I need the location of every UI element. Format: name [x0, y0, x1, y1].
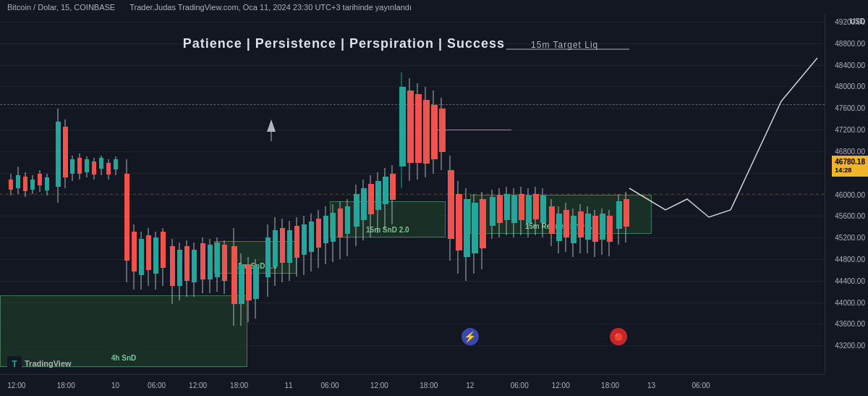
time-0600-3: 06:00 — [511, 382, 529, 389]
svg-rect-125 — [490, 197, 495, 226]
badge-lightning: ⚡ — [461, 328, 479, 345]
time-1200-1: 12:00 — [7, 382, 25, 389]
time-0600-4: 06:00 — [692, 382, 710, 389]
svg-rect-143 — [556, 214, 562, 241]
svg-rect-89 — [345, 206, 350, 234]
svg-rect-65 — [253, 266, 259, 299]
price-44800: 44800.00 — [835, 255, 865, 263]
svg-rect-133 — [519, 194, 524, 220]
time-1200-3: 12:00 — [370, 382, 388, 389]
price-43200: 43200.00 — [835, 342, 865, 350]
svg-rect-69 — [273, 230, 278, 266]
price-43600: 43600.00 — [835, 320, 865, 328]
svg-rect-31 — [124, 174, 129, 261]
svg-rect-81 — [316, 219, 321, 248]
svg-rect-67 — [265, 237, 271, 277]
time-0600-2: 06:00 — [320, 382, 339, 389]
svg-rect-61 — [239, 264, 244, 304]
svg-rect-39 — [153, 237, 158, 274]
price-48800: 48800.00 — [835, 39, 865, 47]
svg-rect-51 — [200, 243, 205, 279]
svg-rect-25 — [99, 158, 103, 169]
svg-rect-45 — [177, 250, 182, 286]
top-bar: Bitcoin / Dolar, 15, COINBASE Trader.Jud… — [0, 0, 868, 14]
price-48400: 48400.00 — [835, 61, 865, 69]
time-12: 12 — [466, 382, 474, 389]
price-45200: 45200.00 — [835, 234, 865, 242]
svg-rect-55 — [215, 243, 220, 277]
current-price-value: 46780.18 — [835, 157, 865, 167]
svg-rect-23 — [92, 161, 96, 174]
price-axis: USD 49200.00 48800.00 48400.00 48000.00 … — [825, 14, 868, 374]
svg-rect-7 — [30, 180, 35, 190]
svg-rect-13 — [56, 122, 61, 187]
svg-rect-77 — [302, 224, 307, 255]
svg-rect-121 — [472, 203, 478, 253]
time-1800-2: 18:00 — [230, 382, 248, 389]
svg-rect-159 — [616, 201, 622, 229]
svg-rect-127 — [497, 195, 503, 223]
svg-rect-35 — [139, 239, 144, 275]
svg-rect-29 — [114, 159, 118, 169]
svg-rect-99 — [383, 177, 388, 204]
svg-rect-129 — [504, 194, 510, 220]
time-0600-1: 06:00 — [148, 382, 166, 389]
price-48000: 48000.00 — [835, 83, 865, 90]
time-axis: 12:00 18:00 10 06:00 12:00 18:00 11 06:0… — [0, 374, 825, 396]
svg-rect-149 — [578, 211, 584, 237]
price-46800: 46800.00 — [835, 147, 865, 155]
svg-rect-1 — [9, 180, 13, 190]
svg-rect-41 — [161, 232, 166, 268]
svg-rect-155 — [600, 214, 605, 240]
time-1800-1: 18:00 — [57, 382, 75, 389]
published-label: Trader.Judas TradingView.com, Oca 11, 20… — [129, 3, 412, 12]
svg-rect-5 — [23, 177, 27, 191]
svg-rect-157 — [607, 216, 613, 242]
svg-rect-43 — [170, 246, 175, 286]
svg-rect-93 — [361, 188, 367, 220]
svg-rect-57 — [222, 245, 227, 281]
svg-rect-111 — [431, 105, 438, 159]
time-1200-2: 12:00 — [189, 382, 207, 389]
chart-area: Patience | Persistence | Perspiration | … — [0, 14, 825, 374]
svg-rect-3 — [16, 175, 20, 188]
svg-rect-47 — [184, 246, 190, 281]
chart-container: Bitcoin / Dolar, 15, COINBASE Trader.Jud… — [0, 0, 868, 396]
svg-rect-105 — [407, 90, 414, 163]
time-1800-3: 18:00 — [420, 382, 438, 389]
svg-rect-9 — [38, 174, 42, 185]
svg-rect-141 — [549, 206, 555, 234]
svg-rect-103 — [399, 87, 406, 167]
svg-rect-137 — [533, 194, 539, 219]
svg-rect-73 — [287, 230, 292, 263]
svg-rect-11 — [45, 177, 49, 190]
svg-rect-17 — [70, 159, 75, 174]
price-47200: 47200.00 — [835, 126, 865, 134]
tv-logo-text: TradingView — [25, 359, 72, 368]
svg-rect-123 — [480, 199, 486, 248]
time-10: 10 — [111, 382, 119, 389]
svg-rect-145 — [563, 210, 569, 237]
price-44400: 44400.00 — [835, 277, 865, 285]
svg-rect-53 — [208, 245, 213, 279]
svg-text:T: T — [12, 359, 17, 369]
svg-rect-15 — [63, 127, 68, 177]
svg-rect-113 — [439, 109, 446, 152]
svg-rect-135 — [526, 195, 532, 223]
svg-rect-109 — [423, 100, 430, 164]
svg-marker-165 — [267, 119, 276, 132]
price-46000: 46000.00 — [835, 190, 865, 198]
svg-rect-115 — [448, 170, 454, 239]
svg-rect-97 — [375, 181, 381, 210]
svg-rect-33 — [132, 232, 137, 271]
current-price-time: 14:28 — [835, 167, 865, 175]
svg-rect-75 — [294, 226, 299, 258]
svg-rect-59 — [231, 246, 237, 304]
tradingview-icon: T — [7, 356, 22, 371]
svg-rect-49 — [192, 250, 197, 282]
time-11: 11 — [284, 382, 292, 389]
svg-rect-107 — [415, 94, 422, 163]
price-47600: 47600.00 — [835, 104, 865, 112]
time-13: 13 — [647, 382, 655, 389]
price-44000: 44000.00 — [835, 298, 865, 306]
